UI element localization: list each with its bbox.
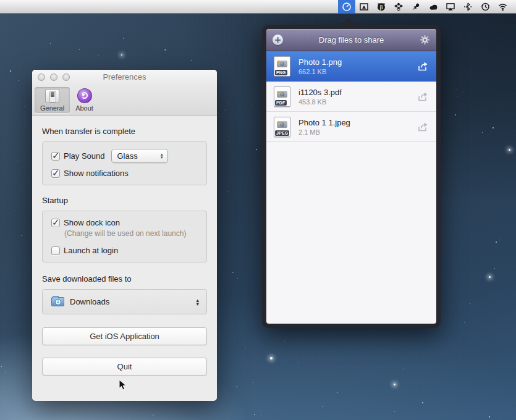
save-section-heading: Save downloaded files to — [42, 274, 207, 284]
downloads-folder-select[interactable]: ↓ Downloads ▴ ▾ — [42, 289, 207, 314]
share-arrow-icon — [417, 61, 429, 72]
bluetooth-icon[interactable] — [459, 0, 476, 14]
startup-groupbox: ✓ Show dock icon (Change will be used on… — [42, 211, 207, 262]
share-arrow-icon — [417, 91, 429, 102]
get-ios-application-button[interactable]: Get iOS Application — [42, 327, 207, 345]
circular-arrow-icon — [81, 92, 88, 99]
check-icon: ✓ — [52, 150, 60, 161]
downloads-folder-icon: ↓ — [51, 297, 64, 306]
titlebar[interactable]: Preferences — [32, 70, 217, 85]
mouse-cursor — [119, 379, 127, 391]
select-arrows-icon: ▴ ▾ — [196, 298, 199, 306]
close-button[interactable] — [38, 74, 45, 81]
popover-header: + Drag files to share — [266, 29, 436, 51]
photo-thumbnail-icon — [277, 61, 287, 67]
share-popover: + Drag files to share — [262, 25, 441, 328]
sound-select-value: Glass — [117, 151, 138, 161]
dock-icon-note: (Change will be used on next launch) — [64, 229, 198, 238]
photo-thumbnail-icon — [277, 121, 287, 128]
add-file-button[interactable]: + — [273, 35, 283, 45]
file-row[interactable]: PDF i1120s 3.pdf 453.8 KB — [266, 82, 436, 112]
transfer-groupbox: ✓ Play Sound Glass ▴ ▾ ✓ Show notificati… — [42, 141, 207, 185]
file-row[interactable]: PNG Photo 1.png 662.1 KB — [266, 51, 436, 82]
show-notifications-checkbox[interactable]: ✓ — [51, 169, 60, 178]
tab-about-label: About — [75, 104, 93, 112]
launch-at-login-checkbox[interactable]: ✓ — [51, 246, 60, 255]
file-type-icon: PNG — [274, 56, 290, 77]
share-button[interactable] — [417, 122, 429, 132]
app-menubar-icon[interactable] — [338, 0, 355, 14]
file-type-icon: PDF — [274, 86, 290, 107]
popover-title: Drag files to share — [283, 35, 420, 44]
popover-arrow — [341, 18, 356, 25]
play-sound-checkbox[interactable]: ✓ — [51, 152, 60, 161]
dropbox-icon[interactable] — [390, 0, 407, 14]
menu-bar: β — [0, 0, 516, 14]
switch-icon — [45, 89, 59, 103]
wifi-icon[interactable] — [494, 0, 511, 14]
file-type-badge: PDF — [275, 100, 287, 106]
file-size: 2.1 MB — [298, 128, 417, 136]
select-arrows-icon: ▴ ▾ — [161, 153, 163, 159]
share-button[interactable] — [417, 91, 429, 102]
tab-general-label: General — [40, 104, 64, 112]
popover-body: + Drag files to share — [266, 29, 436, 324]
share-button[interactable] — [417, 61, 429, 72]
startup-section-heading: Startup — [42, 196, 207, 205]
beta-icon[interactable]: β — [373, 0, 390, 14]
file-size: 453.8 KB — [298, 98, 417, 106]
download-arrow-icon: ↓ — [55, 299, 61, 305]
tab-about[interactable]: About — [70, 86, 99, 113]
file-name: Photo 1 1.jpeg — [298, 118, 417, 127]
time-machine-icon[interactable] — [476, 0, 494, 14]
check-icon: ✓ — [52, 217, 60, 228]
plus-icon: + — [274, 35, 282, 44]
settings-button[interactable] — [420, 35, 430, 45]
check-icon: ✓ — [52, 167, 60, 178]
traffic-lights — [38, 74, 70, 81]
svg-text:β: β — [379, 4, 383, 10]
menu-bar-extras: β — [338, 0, 511, 14]
show-dock-icon-checkbox[interactable]: ✓ — [51, 219, 60, 227]
upload-tray-icon[interactable] — [355, 0, 373, 14]
gear-icon — [420, 35, 429, 44]
show-dock-icon-label[interactable]: Show dock icon — [64, 218, 120, 227]
file-name: i1120s 3.pdf — [298, 88, 417, 97]
show-notifications-label[interactable]: Show notifications — [64, 169, 129, 178]
minimize-button[interactable] — [50, 74, 57, 81]
preferences-content: When transfer is complete ✓ Play Sound G… — [32, 116, 217, 376]
launch-at-login-label[interactable]: Launch at login — [64, 246, 118, 255]
share-arrow-icon — [417, 122, 429, 132]
tab-general[interactable]: General — [35, 87, 70, 113]
transfer-section-heading: When transfer is complete — [42, 127, 207, 136]
downloads-folder-value: Downloads — [70, 297, 109, 306]
about-app-icon — [77, 88, 92, 103]
timer-circle-icon — [342, 2, 352, 12]
zoom-button[interactable] — [62, 74, 70, 81]
sound-select[interactable]: Glass ▴ ▾ — [111, 149, 168, 163]
preferences-toolbar: General About — [32, 85, 217, 116]
preferences-window: Preferences General About When transfer … — [32, 70, 217, 401]
file-type-badge: PNG — [275, 70, 287, 75]
cloud-icon[interactable] — [425, 0, 442, 14]
file-row[interactable]: JPEG Photo 1 1.jpeg 2.1 MB — [266, 112, 436, 142]
file-type-icon: JPEG — [274, 117, 290, 137]
play-sound-label[interactable]: Play Sound — [64, 151, 105, 161]
pin-icon[interactable] — [407, 0, 425, 14]
file-name: Photo 1.png — [298, 57, 417, 67]
file-size: 662.1 KB — [298, 68, 417, 75]
file-type-badge: JPEG — [275, 130, 289, 136]
file-list: PNG Photo 1.png 662.1 KB PDF — [266, 51, 436, 324]
airplay-icon[interactable] — [442, 0, 459, 14]
quit-button[interactable]: Quit — [42, 358, 207, 376]
photo-thumbnail-icon — [277, 91, 287, 98]
